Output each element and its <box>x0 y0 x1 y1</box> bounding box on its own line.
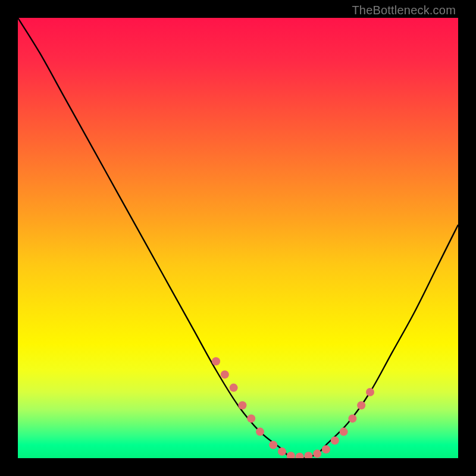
highlight-point <box>238 401 246 409</box>
highlight-point <box>212 357 220 365</box>
highlight-point <box>357 401 365 409</box>
highlight-point <box>348 414 356 422</box>
highlight-point <box>304 452 312 458</box>
highlight-point <box>287 452 295 458</box>
highlight-point <box>331 436 339 444</box>
highlight-point <box>340 428 348 436</box>
chart-svg <box>18 18 458 458</box>
highlight-point <box>230 384 238 392</box>
highlight-point <box>296 453 304 458</box>
highlight-point <box>278 447 286 456</box>
bottleneck-curve <box>18 18 458 458</box>
highlight-points <box>212 357 374 458</box>
highlight-point <box>322 445 330 453</box>
chart-frame: TheBottleneck.com <box>0 0 476 476</box>
highlight-point <box>366 388 374 396</box>
highlight-point <box>313 450 321 458</box>
highlight-point <box>221 370 229 378</box>
highlight-point <box>256 428 264 436</box>
watermark-text: TheBottleneck.com <box>352 4 456 17</box>
highlight-point <box>269 441 277 449</box>
chart-plot-area <box>18 18 458 458</box>
highlight-point <box>247 414 255 422</box>
